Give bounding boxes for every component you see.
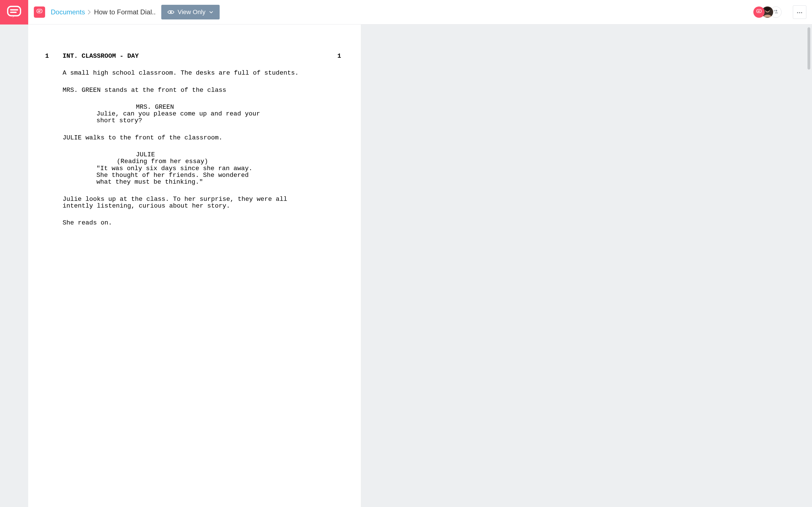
breadcrumb-current: How to Format Dial..	[94, 8, 156, 16]
action-text: MRS. GREEN stands at the front of the cl…	[63, 87, 305, 94]
character-name: JULIE	[63, 151, 344, 158]
topbar: Documents How to Format Dial.. View Only	[28, 0, 406, 24]
dialogue-block: MRS. GREEN Julie, can you please come up…	[63, 104, 344, 124]
action-text: A small high school classroom. The desks…	[63, 69, 305, 76]
breadcrumb-root-link[interactable]: Documents	[51, 8, 85, 16]
svg-rect-0	[8, 6, 20, 15]
eye-icon	[167, 9, 174, 15]
scene-heading-row: 1 INT. CLASSROOM - DAY 1	[45, 53, 344, 59]
breadcrumb: Documents How to Format Dial..	[51, 8, 156, 16]
workspace: 1 INT. CLASSROOM - DAY 1 A small high sc…	[28, 24, 406, 253]
app-root: Documents How to Format Dial.. View Only	[0, 0, 406, 253]
script-body: 1 INT. CLASSROOM - DAY 1 A small high sc…	[45, 53, 344, 226]
parenthetical-text: (Reading from her essay)	[63, 158, 266, 165]
scene-number-left: 1	[45, 53, 63, 59]
dialogue-text: Julie, can you please come up and read y…	[63, 110, 266, 124]
chevron-right-icon	[88, 10, 91, 15]
action-text: She reads on.	[63, 219, 305, 226]
scene-heading: INT. CLASSROOM - DAY	[63, 53, 139, 59]
dialogue-text: "It was only six days since she ran away…	[63, 165, 266, 186]
action-text: JULIE walks to the front of the classroo…	[63, 134, 305, 141]
view-mode-label: View Only	[177, 8, 206, 16]
project-logo-button[interactable]	[34, 6, 45, 18]
script-page: 1 INT. CLASSROOM - DAY 1 A small high sc…	[28, 24, 361, 253]
script-content: A small high school classroom. The desks…	[45, 69, 344, 226]
brand-logo-icon	[6, 4, 22, 21]
view-mode-button[interactable]: View Only	[161, 5, 220, 19]
chevron-down-icon	[209, 10, 213, 14]
brand-rail	[0, 0, 28, 24]
svg-point-6	[170, 11, 172, 13]
action-text: Julie looks up at the class. To her surp…	[63, 196, 305, 210]
character-name: MRS. GREEN	[63, 104, 344, 110]
dialogue-block: JULIE (Reading from her essay) "It was o…	[63, 151, 344, 185]
scene-number-right: 1	[337, 53, 344, 59]
chat-bubble-icon	[36, 8, 43, 16]
